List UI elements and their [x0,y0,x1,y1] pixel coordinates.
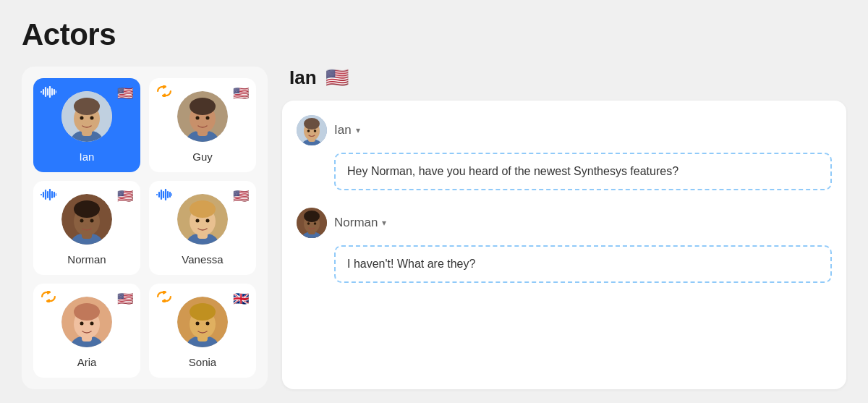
message-avatar-norman [297,208,327,238]
svg-point-20 [190,98,216,115]
svg-point-70 [206,321,210,325]
avatar-norman [61,194,112,245]
svg-point-55 [201,223,204,226]
waveform-icon-norman [41,188,56,200]
flag-ian: 🇺🇸 [117,85,133,101]
chat-header-flag: 🇺🇸 [326,67,349,89]
avatar-vanessa [177,194,228,245]
svg-point-78 [314,130,317,132]
actor-card-vanessa[interactable]: 🇺🇸 Vanessa [149,181,256,275]
avatar-aria [61,297,112,347]
svg-point-13 [80,116,84,119]
message-bubble-ian[interactable]: Hey Norman, have you heard of the newest… [334,153,832,190]
svg-point-37 [80,219,84,222]
svg-point-85 [314,222,317,225]
waveform-icon-ian [41,85,56,98]
actor-card-ian[interactable]: 🇺🇸 Ian [33,78,140,172]
actor-card-guy[interactable]: 🇺🇸 Guy [149,78,256,172]
message-speaker-norman: Norman▾ [297,208,832,238]
page-title: Actors [22,17,846,52]
speaker-name-dropdown-ian[interactable]: Ian▾ [334,123,360,137]
actors-panel: 🇺🇸 Ian 🇺🇸 [22,67,268,389]
svg-point-54 [206,219,210,222]
message-block-norman: Norman▾I haven't! What are they? [297,208,832,283]
svg-point-14 [90,116,94,119]
avatar-ian [61,91,112,142]
actor-name-sonia: Sonia [189,356,216,368]
avatar-guy [177,91,228,142]
speaker-name-norman: Norman [334,216,378,230]
svg-point-52 [190,200,216,218]
svg-point-23 [201,120,204,124]
message-block-ian: Ian▾Hey Norman, have you heard of the ne… [297,115,832,190]
dropdown-arrow-norman: ▾ [382,218,386,228]
loop-icon-sonia [156,291,172,305]
loop-icon-guy [156,85,172,99]
actor-name-guy: Guy [192,150,213,163]
svg-point-61 [80,321,84,325]
svg-point-62 [90,321,94,325]
waveform-icon-vanessa [156,188,172,200]
actor-card-aria[interactable]: 🇺🇸 Aria [33,284,140,378]
chat-panel: Ian 🇺🇸 Ian▾Hey Norman, have you heard of… [282,67,846,389]
actor-name-aria: Aria [77,356,97,368]
svg-point-60 [74,303,100,321]
actor-name-vanessa: Vanessa [182,253,223,266]
svg-point-77 [307,130,310,132]
avatar-sonia [177,297,228,347]
svg-point-22 [206,116,210,119]
main-content: 🇺🇸 Ian 🇺🇸 [22,67,846,389]
flag-norman: 🇺🇸 [117,188,133,204]
flag-vanessa: 🇺🇸 [233,188,249,204]
speaker-name-dropdown-norman[interactable]: Norman▾ [334,216,386,230]
speaker-name-ian: Ian [334,123,352,137]
actor-name-ian: Ian [80,150,95,163]
chat-messages: Ian▾Hey Norman, have you heard of the ne… [282,101,846,389]
svg-point-53 [196,219,200,222]
dropdown-arrow-ian: ▾ [356,125,360,135]
flag-aria: 🇺🇸 [117,291,133,307]
svg-point-15 [85,120,88,124]
svg-point-76 [304,118,320,130]
flag-sonia: 🇬🇧 [233,291,249,307]
chat-header: Ian 🇺🇸 [282,67,846,89]
message-bubble-norman[interactable]: I haven't! What are they? [334,245,832,283]
svg-point-36 [74,200,100,218]
svg-point-38 [90,219,94,222]
svg-point-68 [190,303,216,321]
message-speaker-ian: Ian▾ [297,115,832,145]
chat-header-name: Ian [289,67,317,89]
svg-point-39 [85,223,88,226]
actor-name-norman: Norman [67,253,106,266]
svg-point-63 [85,326,88,329]
svg-point-71 [201,326,204,329]
actor-card-sonia[interactable]: 🇬🇧 Sonia [149,284,256,378]
message-avatar-ian [297,115,327,145]
svg-point-12 [74,98,100,115]
svg-point-21 [196,116,200,119]
svg-point-69 [196,321,200,325]
flag-guy: 🇺🇸 [233,85,249,101]
actor-card-norman[interactable]: 🇺🇸 Norman [33,181,140,275]
svg-point-84 [307,222,310,225]
svg-point-83 [304,211,320,222]
loop-icon-aria [41,291,56,305]
